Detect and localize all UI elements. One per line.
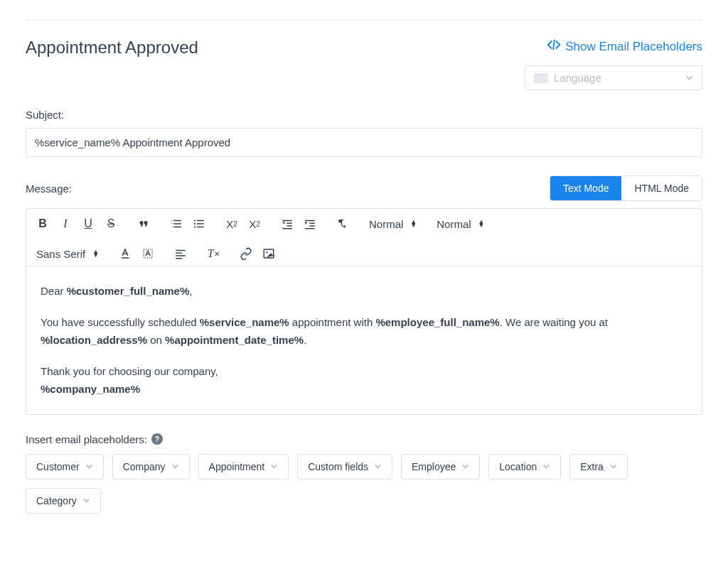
body-line-main: You have successfully scheduled %service… — [41, 313, 687, 349]
svg-point-2 — [194, 223, 196, 224]
placeholder-dropdown-employee[interactable]: Employee — [401, 454, 480, 479]
mode-toggle: Text Mode HTML Mode — [550, 175, 702, 201]
size-select[interactable]: Normal ▲▼ — [437, 218, 484, 230]
show-placeholders-label: Show Email Placeholders — [565, 40, 702, 54]
background-color-button[interactable] — [141, 246, 154, 261]
chevron-down-icon — [685, 72, 693, 84]
svg-point-3 — [194, 226, 196, 227]
flag-icon — [534, 73, 548, 83]
code-icon — [547, 38, 561, 55]
body-line-greeting: Dear %customer_full_name%, — [41, 282, 687, 300]
rich-text-editor: B I U S X2 X2 — [26, 208, 702, 415]
chevron-down-icon — [82, 495, 90, 506]
svg-point-1 — [194, 220, 196, 221]
placeholder-dropdown-customer[interactable]: Customer — [26, 454, 104, 479]
body-line-thanks: Thank you for choosing our company, %com… — [41, 362, 687, 399]
message-label: Message: — [26, 183, 72, 195]
svg-point-5 — [266, 251, 267, 253]
font-family-select[interactable]: Sans Serif ▲▼ — [36, 248, 99, 260]
page-title: Appointment Approved — [26, 38, 198, 58]
placeholder-dropdown-custom-fields[interactable]: Custom fields — [297, 454, 392, 479]
html-mode-button[interactable]: HTML Mode — [621, 176, 702, 200]
subscript-button[interactable]: X2 — [225, 216, 238, 232]
chevron-down-icon — [171, 461, 179, 472]
align-button[interactable] — [174, 246, 187, 261]
language-placeholder: Language — [554, 72, 601, 84]
italic-button[interactable]: I — [59, 216, 72, 232]
placeholder-dropdown-extra[interactable]: Extra — [569, 454, 628, 479]
underline-button[interactable]: U — [82, 216, 95, 232]
chevron-down-icon — [374, 461, 382, 472]
language-select[interactable]: Language — [525, 65, 702, 90]
help-icon[interactable]: ? — [151, 433, 163, 445]
subject-input[interactable] — [26, 128, 702, 157]
header-bar: Appointment Approved Show Email Placehol… — [26, 20, 702, 90]
chevron-down-icon — [542, 461, 550, 472]
clear-format-button[interactable]: T✕ — [207, 246, 220, 261]
sort-icon: ▲▼ — [478, 220, 485, 227]
sort-icon: ▲▼ — [92, 250, 99, 257]
ordered-list-button[interactable] — [170, 216, 183, 232]
sort-icon: ▲▼ — [410, 220, 417, 227]
outdent-button[interactable] — [281, 216, 294, 232]
header-format-select[interactable]: Normal ▲▼ — [369, 218, 417, 230]
editor-content[interactable]: Dear %customer_full_name%, You have succ… — [26, 266, 702, 414]
text-color-button[interactable] — [119, 246, 132, 261]
subject-label: Subject: — [26, 109, 702, 121]
placeholder-dropdown-company[interactable]: Company — [112, 454, 190, 479]
superscript-button[interactable]: X2 — [248, 216, 261, 232]
unordered-list-button[interactable] — [193, 216, 205, 232]
bold-button[interactable]: B — [36, 216, 49, 232]
link-button[interactable] — [240, 246, 252, 261]
insert-placeholders-label: Insert email placeholders: ? — [26, 433, 702, 445]
editor-toolbar: B I U S X2 X2 — [26, 209, 702, 266]
placeholder-dropdown-appointment[interactable]: Appointment — [198, 454, 289, 479]
blockquote-button[interactable] — [137, 216, 150, 232]
placeholder-dropdown-category[interactable]: Category — [26, 488, 101, 514]
placeholder-dropdown-location[interactable]: Location — [488, 454, 561, 479]
text-mode-button[interactable]: Text Mode — [550, 176, 622, 200]
text-direction-button[interactable] — [336, 216, 349, 232]
chevron-down-icon — [609, 461, 617, 472]
show-email-placeholders-link[interactable]: Show Email Placeholders — [547, 38, 702, 55]
indent-button[interactable] — [304, 216, 316, 232]
chevron-down-icon — [270, 461, 278, 472]
chevron-down-icon — [85, 461, 93, 472]
image-button[interactable] — [262, 246, 275, 261]
chevron-down-icon — [461, 461, 469, 472]
strike-button[interactable]: S — [105, 216, 117, 232]
svg-line-0 — [553, 40, 555, 49]
placeholder-buttons-row: CustomerCompanyAppointmentCustom fieldsE… — [26, 454, 702, 514]
